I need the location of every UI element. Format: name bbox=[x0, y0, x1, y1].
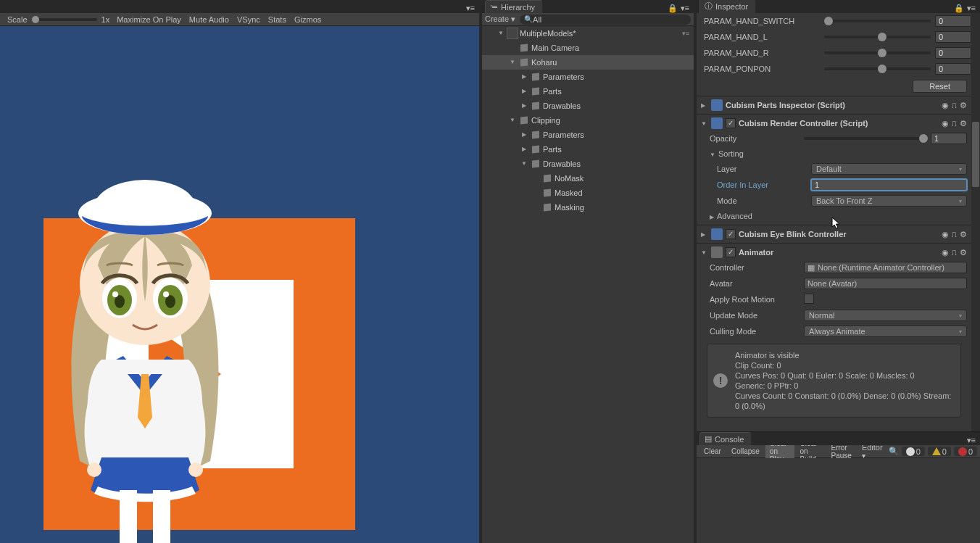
controller-field[interactable]: ▦None (Runtime Animator Controller) bbox=[804, 262, 967, 273]
fold-icon[interactable]: ▶ bbox=[520, 145, 528, 154]
scale-slider[interactable] bbox=[32, 18, 97, 21]
gear-icon[interactable]: ⚙ bbox=[960, 119, 967, 128]
inspector-tab[interactable]: ⓘ Inspector bbox=[699, 0, 756, 13]
hierarchy-tab[interactable]: ≔ Hierarchy bbox=[485, 0, 543, 13]
lock-icon[interactable]: 🔒 bbox=[668, 4, 678, 13]
tree-row-parts[interactable]: ▶Parts bbox=[482, 142, 694, 157]
dock-menu-icon[interactable]: ▾≡ bbox=[967, 436, 976, 445]
param-slider[interactable] bbox=[824, 51, 931, 54]
dock-menu-icon[interactable]: ▾≡ bbox=[466, 4, 475, 13]
error-count[interactable]: 0 bbox=[954, 447, 977, 456]
fold-icon[interactable]: ▶ bbox=[520, 130, 528, 139]
component-enable-toggle[interactable] bbox=[726, 229, 736, 239]
fold-icon[interactable]: ▼ bbox=[508, 116, 517, 125]
console-search[interactable]: 🔍 bbox=[889, 447, 899, 456]
stats-toggle[interactable]: Stats bbox=[265, 14, 289, 25]
collapse-toggle[interactable]: Collapse bbox=[727, 447, 764, 456]
error-pause-toggle[interactable]: Error Pause bbox=[827, 443, 856, 460]
opacity-field[interactable]: 1 bbox=[931, 133, 967, 144]
inspector-scrollbar[interactable] bbox=[971, 13, 980, 431]
preset-icon[interactable]: ⎍ bbox=[952, 248, 957, 257]
fold-icon[interactable]: ▼ bbox=[520, 159, 528, 168]
tree-row-masking[interactable]: Masking bbox=[482, 200, 694, 215]
tree-row-masked[interactable]: Masked bbox=[482, 186, 694, 200]
preset-icon[interactable]: ⎍ bbox=[952, 119, 957, 128]
maximize-on-play-toggle[interactable]: Maximize On Play bbox=[114, 14, 184, 25]
console-tab[interactable]: ▤ Console bbox=[699, 432, 752, 445]
hierarchy-tree[interactable]: ▼ MultipleModels* ▾≡ Main Camera▼Koharu▶… bbox=[482, 26, 694, 543]
component-header-animator[interactable]: ▼ Animator ◉⎍⚙ bbox=[701, 245, 967, 260]
tree-row-drawables[interactable]: ▶Drawables bbox=[482, 99, 694, 113]
vsync-toggle[interactable]: VSync bbox=[234, 14, 263, 25]
console-body[interactable] bbox=[697, 458, 980, 543]
tree-row-main-camera[interactable]: Main Camera bbox=[482, 41, 694, 55]
layer-dropdown[interactable]: Default bbox=[811, 163, 967, 175]
reset-button[interactable]: Reset bbox=[913, 80, 967, 93]
mode-dropdown[interactable]: Back To Front Z bbox=[811, 195, 967, 207]
param-value-field[interactable]: 0 bbox=[935, 15, 971, 27]
avatar-field[interactable]: None (Avatar) bbox=[804, 278, 967, 289]
fold-icon[interactable]: ▶ bbox=[520, 72, 528, 81]
svg-point-13 bbox=[87, 463, 101, 477]
help-icon[interactable]: ◉ bbox=[942, 101, 949, 110]
clear-button[interactable]: Clear bbox=[699, 447, 726, 456]
param-value-field[interactable]: 0 bbox=[935, 47, 971, 59]
apply-root-motion-checkbox[interactable] bbox=[804, 294, 814, 304]
gear-icon[interactable]: ⚙ bbox=[960, 230, 967, 239]
tree-item-label: Clipping bbox=[531, 116, 560, 125]
param-value-field[interactable]: 0 bbox=[935, 31, 971, 43]
fold-icon[interactable]: ▶ bbox=[520, 87, 528, 96]
update-mode-label: Update Mode bbox=[710, 311, 801, 320]
fold-icon[interactable]: ▶ bbox=[520, 101, 528, 110]
component-header-parts-inspector[interactable]: ▶ Cubism Parts Inspector (Script) ◉⎍⚙ bbox=[701, 98, 967, 112]
svg-rect-0 bbox=[120, 490, 137, 543]
console-tab-dock: ▤ Console ▾≡ bbox=[697, 432, 980, 445]
fold-icon[interactable]: ▼ bbox=[497, 29, 505, 38]
gameobject-icon bbox=[530, 100, 541, 112]
scene-context-icon[interactable]: ▾≡ bbox=[682, 30, 694, 37]
param-slider[interactable] bbox=[824, 20, 931, 22]
param-slider[interactable] bbox=[824, 36, 931, 38]
fold-icon[interactable]: ▼ bbox=[508, 58, 517, 67]
tree-row-clipping[interactable]: ▼Clipping bbox=[482, 113, 694, 128]
param-value-field[interactable]: 0 bbox=[935, 63, 971, 75]
gear-icon[interactable]: ⚙ bbox=[960, 248, 967, 257]
info-count[interactable]: 0 bbox=[902, 447, 925, 456]
tree-row-parameters[interactable]: ▶Parameters bbox=[482, 70, 694, 84]
fold-icon[interactable] bbox=[531, 174, 540, 183]
sorting-foldout[interactable]: ▼Sorting bbox=[701, 146, 967, 161]
param-slider[interactable] bbox=[824, 67, 931, 70]
fold-icon[interactable] bbox=[531, 203, 540, 212]
tree-row-parameters[interactable]: ▶Parameters bbox=[482, 128, 694, 142]
tree-row-koharu[interactable]: ▼Koharu bbox=[482, 55, 694, 70]
order-in-layer-field[interactable]: 1 bbox=[811, 179, 967, 191]
fold-icon[interactable] bbox=[531, 188, 540, 197]
component-enable-toggle[interactable] bbox=[726, 118, 736, 128]
culling-mode-dropdown[interactable]: Always Animate bbox=[804, 326, 967, 337]
tree-row-drawables[interactable]: ▼Drawables bbox=[482, 157, 694, 171]
warn-count[interactable]: 0 bbox=[928, 447, 951, 456]
lock-icon[interactable]: 🔒 bbox=[954, 4, 964, 13]
help-icon[interactable]: ◉ bbox=[942, 230, 949, 239]
game-view[interactable] bbox=[0, 26, 479, 543]
create-dropdown[interactable]: Create ▾ bbox=[485, 14, 515, 24]
tree-row-nomask[interactable]: NoMask bbox=[482, 171, 694, 186]
opacity-slider[interactable] bbox=[804, 137, 928, 140]
hierarchy-search-input[interactable]: 🔍 All bbox=[520, 14, 691, 25]
gear-icon[interactable]: ⚙ bbox=[960, 101, 967, 110]
component-enable-toggle[interactable] bbox=[726, 247, 736, 257]
dock-menu-icon[interactable]: ▾≡ bbox=[967, 4, 976, 13]
preset-icon[interactable]: ⎍ bbox=[952, 230, 957, 239]
dock-menu-icon[interactable]: ▾≡ bbox=[681, 4, 689, 13]
preset-icon[interactable]: ⎍ bbox=[952, 101, 957, 110]
gizmos-dropdown[interactable]: Gizmos bbox=[291, 14, 324, 25]
help-icon[interactable]: ◉ bbox=[942, 119, 949, 128]
mute-audio-toggle[interactable]: Mute Audio bbox=[186, 14, 232, 25]
tree-row-parts[interactable]: ▶Parts bbox=[482, 84, 694, 99]
scene-row[interactable]: ▼ MultipleModels* ▾≡ bbox=[482, 26, 694, 41]
help-icon[interactable]: ◉ bbox=[942, 248, 949, 257]
update-mode-dropdown[interactable]: Normal bbox=[804, 310, 967, 321]
component-header-render-controller[interactable]: ▼ Cubism Render Controller (Script) ◉⎍⚙ bbox=[701, 116, 967, 130]
fold-icon[interactable] bbox=[508, 43, 517, 52]
tree-item-label: Drawables bbox=[543, 159, 581, 168]
